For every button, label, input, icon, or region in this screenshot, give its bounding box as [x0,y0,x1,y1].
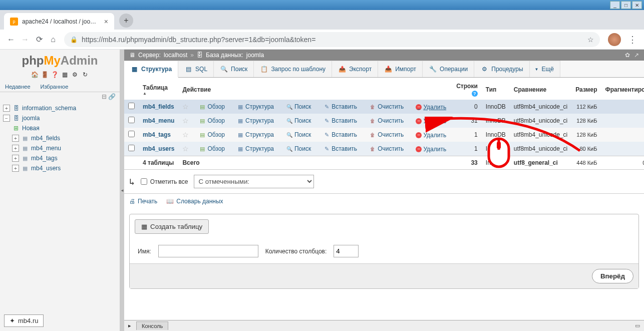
select-all-checkbox[interactable] [141,178,147,185]
nav-sql-icon[interactable]: ▦ [61,71,69,79]
tree-expand-icon[interactable]: + [12,145,19,152]
action-empty[interactable]: Очистить [367,103,406,110]
tree-expand-icon[interactable]: + [12,155,19,162]
profile-avatar[interactable] [608,33,621,46]
action-empty[interactable]: Очистить [367,117,406,124]
select-all-checkbox-label[interactable]: Отметить все [141,178,188,185]
tab-operations[interactable]: 🔧Операции [423,61,474,77]
help-icon[interactable]: ? [472,91,478,97]
address-input[interactable]: 🔒 https://mb4.ru/phpmyadmin/db_structure… [64,32,600,47]
tree-expand-icon[interactable]: + [12,165,19,172]
page-exit-icon[interactable]: ↗ [634,52,639,59]
row-checkbox[interactable] [128,145,135,151]
action-insert[interactable]: Вставить [321,103,359,110]
tree-expand-icon[interactable]: + [3,105,10,112]
action-search[interactable]: Поиск [284,145,313,152]
action-insert[interactable]: Вставить [321,117,359,124]
provider-badge[interactable]: ✦ mb4.ru [4,314,44,327]
action-drop[interactable]: Удалить [414,132,448,139]
console-expand-icon[interactable]: ▭ [631,320,644,331]
tab-more[interactable]: ▼Ещё [530,61,560,77]
action-structure[interactable]: Структура [235,145,276,152]
tab-sql[interactable]: ▤SQL [178,61,214,77]
sidebar-collapse-handle[interactable]: ◄ [120,50,124,331]
console-chevron-icon[interactable]: ▸ [124,322,133,329]
page-settings-icon[interactable]: ✿ [625,52,630,59]
col-table[interactable]: Таблица▲ [139,80,178,100]
window-close-button[interactable]: ✕ [632,1,642,9]
action-structure[interactable]: Структура [235,103,276,110]
action-browse[interactable]: Обзор [197,131,227,138]
tab-close-icon[interactable]: × [104,18,108,26]
row-checkbox[interactable] [128,131,135,137]
tab-export[interactable]: 📤Экспорт [332,61,378,77]
tree-table-mb4-menu[interactable]: + mb4_menu [0,143,120,153]
new-tab-button[interactable]: + [119,14,133,28]
tree-table-mb4-fields[interactable]: + mb4_fields [0,133,120,143]
col-overhead[interactable]: Фрагментировано [601,80,644,100]
bookmark-star-icon[interactable]: ☆ [587,36,594,44]
col-type[interactable]: Тип [482,80,510,100]
table-name-link[interactable]: mb4_menu [143,117,174,124]
nav-logout-icon[interactable]: 🚪 [41,71,49,79]
data-dictionary-link[interactable]: 📖Словарь данных [166,198,223,205]
col-rows[interactable]: Строки? [452,80,482,100]
table-name-input[interactable] [158,245,258,257]
action-browse[interactable]: Обзор [197,117,227,124]
tree-db-joomla[interactable]: − joomla [0,113,120,123]
breadcrumb-db-link[interactable]: joomla [246,52,264,59]
favorite-star-icon[interactable]: ☆ [182,117,189,125]
browser-tab-active[interactable]: p apache24 / localhost / joomla | p × [4,13,114,30]
action-drop[interactable]: Удалить [414,104,448,111]
nav-recent-tab[interactable]: Недавнее [0,82,36,92]
row-checkbox[interactable] [128,117,135,123]
action-empty[interactable]: Очистить [367,131,406,138]
tab-query[interactable]: 📋Запрос по шаблону [254,61,332,77]
action-empty[interactable]: Очистить [367,145,406,152]
console-tab[interactable]: Консоль [136,321,168,330]
tree-new-table[interactable]: Новая [0,123,120,133]
action-drop[interactable]: Удалить [414,118,448,125]
tree-table-mb4-tags[interactable]: + mb4_tags [0,153,120,163]
browser-menu-button[interactable]: ⋮ [625,34,640,45]
window-maximize-button[interactable]: □ [621,1,631,9]
favorite-star-icon[interactable]: ☆ [182,131,189,139]
col-size[interactable]: Размер [571,80,601,100]
nav-reload-icon[interactable]: ↻ [81,71,89,79]
nav-home-icon[interactable]: 🏠 [31,71,39,79]
breadcrumb-server-link[interactable]: localhost [164,52,187,59]
action-browse[interactable]: Обзор [197,145,227,152]
bulk-action-select[interactable]: С отмеченными: [194,175,314,188]
nav-link-icon[interactable]: 🔗 [108,93,116,100]
forward-button[interactable]: → [18,33,32,47]
home-button[interactable]: ⌂ [46,33,60,47]
action-insert[interactable]: Вставить [321,145,359,152]
favorite-star-icon[interactable]: ☆ [182,145,189,153]
tree-db-information-schema[interactable]: + information_schema [0,103,120,113]
nav-docs-icon[interactable]: ❓ [51,71,59,79]
nav-collapse-icon[interactable]: ⊟ [102,93,107,100]
tab-structure[interactable]: ▦Структура [124,61,178,78]
tab-routines[interactable]: ⚙Процедуры [474,61,529,77]
reload-button[interactable]: ⟳ [32,33,46,47]
action-structure[interactable]: Структура [235,117,276,124]
action-search[interactable]: Поиск [284,117,313,124]
action-browse[interactable]: Обзор [197,103,227,110]
action-search[interactable]: Поиск [284,131,313,138]
favorite-star-icon[interactable]: ☆ [182,103,189,111]
print-link[interactable]: 🖨Печать [129,198,157,205]
table-name-link[interactable]: mb4_fields [143,103,174,110]
action-search[interactable]: Поиск [284,103,313,110]
table-name-link[interactable]: mb4_tags [143,131,171,138]
col-collation[interactable]: Сравнение [510,80,571,100]
table-name-link[interactable]: mb4_users [143,145,174,152]
create-table-button[interactable]: ▦ Создать таблицу [135,219,209,234]
window-minimize-button[interactable]: _ [610,1,620,9]
nav-settings-icon[interactable]: ⚙ [71,71,79,79]
action-insert[interactable]: Вставить [321,131,359,138]
tree-collapse-icon[interactable]: − [3,115,10,122]
action-drop[interactable]: Удалить [414,146,448,153]
tree-expand-icon[interactable]: + [12,135,19,142]
tab-search[interactable]: 🔍Поиск [214,61,254,77]
nav-favorites-tab[interactable]: Избранное [36,82,74,92]
